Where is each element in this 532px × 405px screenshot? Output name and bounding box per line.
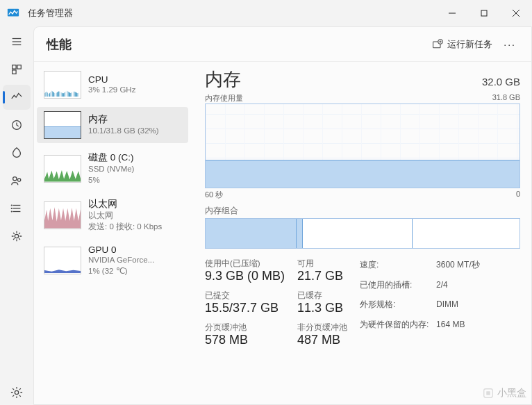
eth-title: 以太网 xyxy=(88,198,162,210)
gpu-thumb-icon xyxy=(44,247,81,274)
resource-item-disk[interactable]: 磁盘 0 (C:) SSD (NVMe) 5% xyxy=(37,147,188,190)
svg-point-12 xyxy=(13,177,17,181)
page-title: 性能 xyxy=(47,36,426,53)
committed-label: 已提交 xyxy=(205,290,285,301)
axis-right: 0 xyxy=(516,190,520,200)
resource-list: CPU 3% 1.29 GHz 内存 10.1/31.8 GB (32%) 磁盘… xyxy=(34,62,194,404)
nav-details[interactable] xyxy=(3,196,31,221)
disk-sub2: 5% xyxy=(88,175,134,186)
nav-rail xyxy=(0,26,33,405)
gpu-sub2: 1% (32 ℃) xyxy=(88,266,154,277)
svg-rect-9 xyxy=(17,65,21,69)
maximize-button[interactable] xyxy=(468,0,500,26)
resource-item-ethernet[interactable]: 以太网 以太网 发送: 0 接收: 0 Kbps xyxy=(37,194,188,236)
detail-title: 内存 xyxy=(205,67,241,92)
ethernet-thumb-icon xyxy=(44,201,81,229)
disk-sub1: SSD (NVMe) xyxy=(88,164,134,175)
form-val: DIMM xyxy=(436,298,458,311)
comp-standby xyxy=(303,219,413,248)
cpu-title: CPU xyxy=(88,74,135,85)
svg-point-19 xyxy=(11,211,12,212)
form-key: 外形规格: xyxy=(360,298,431,311)
svg-point-18 xyxy=(11,208,12,209)
speed-key: 速度: xyxy=(360,258,431,272)
memory-sub: 10.1/31.8 GB (32%) xyxy=(88,126,159,137)
svg-rect-2 xyxy=(481,10,487,16)
titlebar: 任务管理器 xyxy=(0,0,532,26)
cached-value: 11.3 GB xyxy=(297,301,347,315)
disk-thumb-icon xyxy=(44,155,81,183)
nav-app-history[interactable] xyxy=(3,113,31,138)
window-title: 任务管理器 xyxy=(28,8,436,19)
resource-item-gpu[interactable]: GPU 0 NVIDIA GeForce... 1% (32 ℃) xyxy=(37,240,188,281)
nav-performance[interactable] xyxy=(3,85,31,110)
run-task-icon xyxy=(432,39,443,50)
comp-in-use xyxy=(206,219,297,248)
memory-composition-chart xyxy=(205,218,520,249)
speed-val: 3600 MT/秒 xyxy=(436,258,480,272)
committed-value: 15.5/37.7 GB xyxy=(205,301,285,315)
nav-hamburger[interactable] xyxy=(3,29,31,54)
svg-point-21 xyxy=(15,390,18,394)
resource-item-memory[interactable]: 内存 10.1/31.8 GB (32%) xyxy=(37,107,188,143)
comp-free xyxy=(413,219,519,248)
memory-usage-chart xyxy=(205,104,520,188)
nav-settings[interactable] xyxy=(3,380,31,405)
memory-title: 内存 xyxy=(88,113,159,126)
svg-rect-10 xyxy=(13,70,16,74)
svg-point-20 xyxy=(15,234,18,238)
minimize-button[interactable] xyxy=(436,0,468,26)
gpu-title: GPU 0 xyxy=(88,245,154,255)
run-new-task-button[interactable]: 运行新任务 xyxy=(426,35,498,53)
nav-users[interactable] xyxy=(3,168,31,193)
svg-point-17 xyxy=(11,205,12,206)
eth-sub2: 发送: 0 接收: 0 Kbps xyxy=(88,222,162,233)
cpu-sub: 3% 1.29 GHz xyxy=(88,85,135,96)
workspace: 性能 运行新任务 ··· CPU 3% 1.29 GHz xyxy=(33,26,532,405)
hwreserved-val: 164 MB xyxy=(436,318,465,331)
cached-label: 已缓存 xyxy=(297,290,347,301)
eth-sub1: 以太网 xyxy=(88,210,162,222)
svg-point-13 xyxy=(17,179,20,181)
composition-label: 内存组合 xyxy=(205,206,520,216)
resource-item-cpu[interactable]: CPU 3% 1.29 GHz xyxy=(37,67,188,103)
nav-processes[interactable] xyxy=(3,57,31,82)
in-use-label: 使用中(已压缩) xyxy=(205,258,285,269)
nav-services[interactable] xyxy=(3,224,31,249)
usage-chart-label: 内存使用量 xyxy=(205,93,243,104)
gpu-sub1: NVIDIA GeForce... xyxy=(88,255,154,266)
svg-rect-8 xyxy=(13,65,16,69)
run-task-label: 运行新任务 xyxy=(447,38,492,51)
detail-pane: 内存 32.0 GB 内存使用量 31.8 GB 60 秒 0 内存组合 xyxy=(194,62,531,404)
in-use-value: 9.3 GB (0 MB) xyxy=(205,269,285,283)
nav-startup[interactable] xyxy=(3,140,31,165)
slots-key: 已使用的插槽: xyxy=(360,279,431,292)
paged-value: 578 MB xyxy=(205,333,285,347)
axis-left: 60 秒 xyxy=(205,190,223,200)
memory-thumb-icon xyxy=(44,111,81,139)
close-button[interactable] xyxy=(500,0,532,26)
available-value: 21.7 GB xyxy=(297,269,347,283)
slots-val: 2/4 xyxy=(436,279,448,292)
page-header: 性能 运行新任务 ··· xyxy=(34,27,531,62)
disk-title: 磁盘 0 (C:) xyxy=(88,151,134,164)
cpu-thumb-icon xyxy=(44,71,81,99)
memory-capacity: 32.0 GB xyxy=(482,76,520,88)
available-label: 可用 xyxy=(297,258,347,269)
hwreserved-key: 为硬件保留的内存: xyxy=(360,318,431,331)
app-icon xyxy=(7,7,19,19)
comp-modified xyxy=(297,219,303,248)
paged-label: 分页缓冲池 xyxy=(205,322,285,333)
more-button[interactable]: ··· xyxy=(498,36,522,53)
nonpaged-value: 487 MB xyxy=(297,333,347,347)
nonpaged-label: 非分页缓冲池 xyxy=(297,322,347,333)
usage-chart-max: 31.8 GB xyxy=(492,93,520,104)
window-controls xyxy=(436,0,532,26)
